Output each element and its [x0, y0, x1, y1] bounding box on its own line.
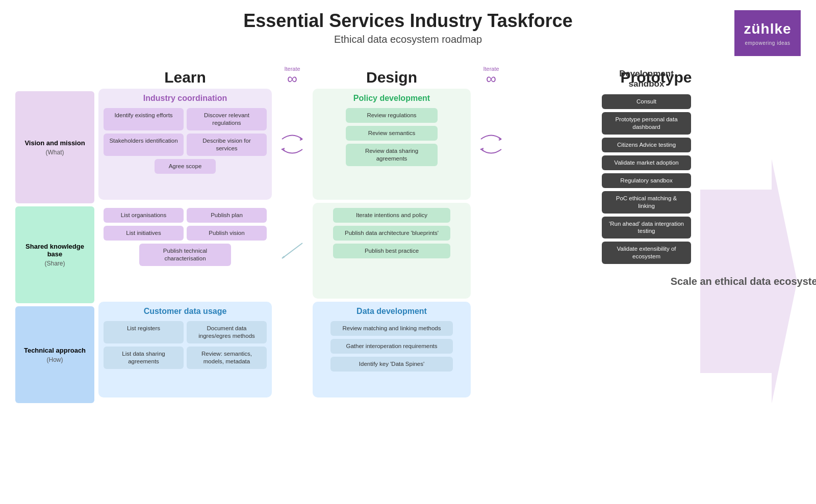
card-gather-interop: Gather interoperation requirements: [330, 339, 453, 354]
agree-scope-wrapper: Agree scope: [104, 159, 267, 174]
card-describe-vision: Describe vision for services: [187, 134, 267, 156]
customer-data-box: Customer data usage List registers Docum…: [98, 302, 272, 397]
knowledge-learn-cards: List organisations Publish plan List ini…: [104, 208, 267, 241]
card-publish-plan: Publish plan: [187, 208, 267, 223]
card-publish-tech: Publish technical characterisation: [139, 244, 231, 266]
page-subtitle: Ethical data ecosystem roadmap: [15, 34, 801, 45]
card-validate-market: Validate market adoption: [602, 155, 691, 170]
row-labels: Vision and mission (What) Shared knowled…: [15, 91, 94, 403]
iterate1-arrow: [272, 89, 313, 200]
iterate1-icon: ∞: [287, 72, 297, 86]
iterate2-arrow: [471, 89, 512, 200]
logo-sub: empowering ideas: [745, 40, 790, 46]
knowledge-design-cards: Iterate intentions and policy Publish da…: [318, 208, 466, 258]
card-stakeholders: Stakeholders identification: [104, 134, 184, 156]
iterate2-header: Iterate ∞: [471, 66, 512, 89]
card-poc-ethical: PoC ethical matching & linking: [602, 191, 691, 214]
spacer4: [471, 302, 512, 397]
design-header: Design: [313, 69, 471, 89]
knowledge-learn-box: List organisations Publish plan List ini…: [98, 203, 272, 299]
card-run-ahead: 'Run ahead' data intergration testing: [602, 217, 691, 239]
data-dev-cards: Review matching and linking methods Gath…: [318, 321, 466, 372]
customer-data-cards: List registers Document data ingres/egre…: [104, 321, 267, 369]
card-review-data-sharing: Review data sharing agreements: [346, 144, 438, 166]
data-dev-box: Data development Review matching and lin…: [313, 302, 471, 397]
dev-sandbox-overlay: Development sandbox Consult Prototype pe…: [602, 69, 801, 494]
card-prototype-personal: Prototype personal data dashboard: [602, 112, 691, 135]
spacer-iterate-2: [471, 203, 512, 299]
card-document-data: Document data ingres/egres methods: [187, 321, 267, 343]
card-review-semantics: Review: semantics, models, metadata: [187, 347, 267, 369]
card-consult: Consult: [602, 94, 691, 109]
card-iterate-intentions: Iterate intentions and policy: [333, 208, 450, 223]
card-review-matching: Review matching and linking methods: [330, 321, 453, 336]
knowledge-design-box: Iterate intentions and policy Publish da…: [313, 203, 471, 299]
card-list-data-sharing: List data sharing agreements: [104, 347, 184, 369]
industry-coord-box: Industry coordination Identify existing …: [98, 89, 272, 200]
card-review-semantics: Review semantics: [346, 126, 438, 141]
page-header: Essential Services Industry Taskforce Et…: [15, 10, 801, 45]
card-publish-vision: Publish vision: [187, 226, 267, 241]
iterate1-header: Iterate ∞: [272, 66, 313, 89]
spacer-iterate-1: [272, 203, 313, 299]
page-container: zühlke empowering ideas Essential Servic…: [0, 0, 816, 504]
technical-label: Technical approach (How): [15, 306, 94, 403]
zuhlke-logo: zühlke empowering ideas: [734, 10, 801, 56]
curved-arrow-2: [476, 129, 506, 160]
card-regulatory-sandbox: Regulatory sandbox: [602, 173, 691, 188]
card-validate-ext: Validate extensibility of ecosystem: [602, 242, 691, 264]
iterate2-icon: ∞: [486, 72, 496, 86]
scale-text: Scale an ethical data ecosystem: [671, 274, 816, 288]
card-identify-data-spines: Identify key 'Data Spines': [330, 357, 453, 372]
learn-header: Learn: [98, 69, 272, 89]
card-discover: Discover relevant regulations: [187, 108, 267, 130]
card-agree-scope: Agree scope: [155, 159, 216, 174]
shared-label: Shared knowledge base (Share): [15, 206, 94, 303]
vision-label: Vision and mission (What): [15, 91, 94, 203]
card-publish-blueprints: Publish data architecture 'blueprints': [333, 226, 450, 241]
card-list-registers: List registers: [104, 321, 184, 343]
scale-arrow-area: Scale an ethical data ecosystem: [696, 69, 801, 494]
card-identify: Identify existing efforts: [104, 108, 184, 130]
curved-arrow-3: [277, 238, 308, 263]
card-citizens-advice: Citizens Advice testing: [602, 138, 691, 152]
sandbox-cards-list: Consult Prototype personal data dashboar…: [602, 94, 691, 264]
card-list-orgs: List organisations: [104, 208, 184, 223]
card-publish-best-practice: Publish best practice: [333, 244, 450, 258]
page-title: Essential Services Industry Taskforce: [15, 10, 801, 32]
card-review-regs: Review regulations: [346, 108, 438, 123]
logo-text: zühlke: [744, 21, 791, 37]
industry-cards: Identify existing efforts Discover relev…: [104, 108, 267, 156]
policy-dev-box: Policy development Review regulations Re…: [313, 89, 471, 200]
curved-arrow-1: [277, 129, 308, 160]
policy-cards: Review regulations Review semantics Revi…: [318, 108, 466, 166]
card-list-initiatives: List initiatives: [104, 226, 184, 241]
spacer3: [272, 302, 313, 397]
